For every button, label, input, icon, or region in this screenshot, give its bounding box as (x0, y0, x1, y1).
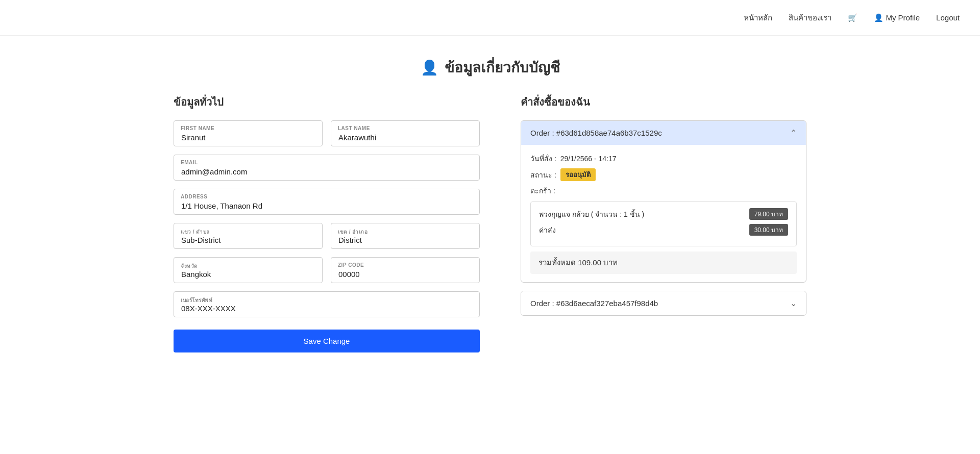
page-title-icon: 👤 (421, 59, 438, 76)
address-input[interactable] (174, 189, 480, 215)
email-wrapper: EMAIL (174, 155, 480, 181)
last-name-group: LAST NAME (331, 120, 480, 146)
order-id-2: Order : #63d6aecaf327eba457f98d4b (530, 299, 658, 308)
district-group: เขต / อำเภอ (331, 223, 480, 249)
first-name-input[interactable] (174, 120, 323, 146)
zip-wrapper: ZIP CODE (331, 257, 480, 283)
first-name-group: FIRST NAME (174, 120, 323, 146)
cart-item-1: พวงกุญแจ กล้วย ( จำนวน : 1 ชิ้น ) 79.00 … (539, 208, 788, 220)
order-status-row: สถานะ : รออนุมัติ (530, 168, 797, 181)
province-wrapper: จังหวัด (174, 257, 323, 283)
order-card-2: Order : #63d6aecaf327eba457f98d4b ⌄ (521, 291, 806, 316)
status-badge: รออนุมัติ (560, 168, 596, 181)
status-label: สถานะ : (530, 169, 556, 181)
phone-row: เบอร์โทรศัพท์ (174, 291, 480, 317)
address-wrapper: ADDRESS (174, 189, 480, 215)
total-label: รวมทั้งหมด (538, 258, 576, 267)
cart-total: รวมทั้งหมด 109.00 บาท (530, 251, 797, 274)
order-body-1: วันที่สั่ง : 29/1/2566 - 14:17 สถานะ : ร… (521, 145, 806, 282)
cart-section: พวงกุญแจ กล้วย ( จำนวน : 1 ชิ้น ) 79.00 … (530, 201, 797, 246)
cart-icon: 🛒 (848, 13, 857, 22)
order-id-1: Order : #63d61d858ae74a6b37c1529c (530, 129, 662, 137)
first-name-wrapper: FIRST NAME (174, 120, 323, 146)
main-content: ข้อมูลทั่วไป FIRST NAME LAST NAME EMAIL (133, 94, 847, 352)
email-row: EMAIL (174, 155, 480, 181)
page-title-text: ข้อมูลเกี่ยวกับบัญชี (445, 56, 560, 79)
nav-products[interactable]: สินค้าของเรา (789, 12, 831, 24)
order-header-1[interactable]: Order : #63d61d858ae74a6b37c1529c ⌃ (521, 121, 806, 145)
total-value: 109.00 บาท (578, 258, 618, 267)
nav-profile[interactable]: 👤 My Profile (874, 13, 920, 22)
orders-section: คำสั่งซื้อของฉัน Order : #63d61d858ae74a… (521, 94, 806, 352)
province-group: จังหวัด (174, 257, 323, 283)
cart-item-1-name: พวงกุญแจ กล้วย ( จำนวน : 1 ชิ้น ) (539, 209, 644, 220)
phone-input[interactable] (174, 291, 480, 317)
name-row: FIRST NAME LAST NAME (174, 120, 480, 146)
date-label: วันที่สั่ง : (530, 153, 556, 164)
cart-item-2-name: ค่าส่ง (539, 224, 556, 236)
province-input[interactable] (174, 257, 323, 283)
cart-item-2-price: 30.00 บาท (749, 224, 788, 236)
sub-district-wrapper: แขว / ตำบล (174, 223, 323, 249)
general-info-title: ข้อมูลทั่วไป (174, 94, 480, 110)
sub-district-input[interactable] (174, 223, 323, 249)
province-zip-row: จังหวัด ZIP CODE (174, 257, 480, 283)
cart-item-1-price: 79.00 บาท (749, 208, 788, 220)
chevron-up-icon-1: ⌃ (790, 128, 797, 138)
last-name-input[interactable] (331, 120, 480, 146)
zip-group: ZIP CODE (331, 257, 480, 283)
sub-district-district-row: แขว / ตำบล เขต / อำเภอ (174, 223, 480, 249)
profile-label: My Profile (886, 13, 920, 22)
date-value: 29/1/2566 - 14:17 (560, 155, 617, 163)
order-date-row: วันที่สั่ง : 29/1/2566 - 14:17 (530, 153, 797, 164)
address-row: ADDRESS (174, 189, 480, 215)
nav-home[interactable]: หน้าหลัก (744, 12, 772, 24)
navbar: หน้าหลัก สินค้าของเรา 🛒 👤 My Profile Log… (0, 0, 980, 36)
page-title-area: 👤 ข้อมูลเกี่ยวกับบัญชี (0, 36, 980, 94)
profile-form-section: ข้อมูลทั่วไป FIRST NAME LAST NAME EMAIL (174, 94, 480, 352)
email-input[interactable] (174, 155, 480, 181)
order-header-2[interactable]: Order : #63d6aecaf327eba457f98d4b ⌄ (521, 291, 806, 315)
email-group: EMAIL (174, 155, 480, 181)
nav-logout[interactable]: Logout (936, 13, 960, 22)
cart-label-row: ตะกร้า : (530, 185, 797, 196)
order-card-1: Order : #63d61d858ae74a6b37c1529c ⌃ วันท… (521, 120, 806, 283)
phone-wrapper: เบอร์โทรศัพท์ (174, 291, 480, 317)
sub-district-group: แขว / ตำบล (174, 223, 323, 249)
cart-item-2: ค่าส่ง 30.00 บาท (539, 224, 788, 236)
zip-input[interactable] (331, 257, 480, 283)
address-group: ADDRESS (174, 189, 480, 215)
save-change-button[interactable]: Save Change (174, 330, 480, 352)
district-input[interactable] (331, 223, 480, 249)
chevron-down-icon-2: ⌄ (790, 298, 797, 308)
orders-title: คำสั่งซื้อของฉัน (521, 94, 806, 110)
last-name-wrapper: LAST NAME (331, 120, 480, 146)
phone-group: เบอร์โทรศัพท์ (174, 291, 480, 317)
cart-label: ตะกร้า : (530, 185, 555, 196)
district-wrapper: เขต / อำเภอ (331, 223, 480, 249)
profile-icon: 👤 (874, 13, 884, 22)
nav-cart[interactable]: 🛒 (848, 13, 857, 22)
